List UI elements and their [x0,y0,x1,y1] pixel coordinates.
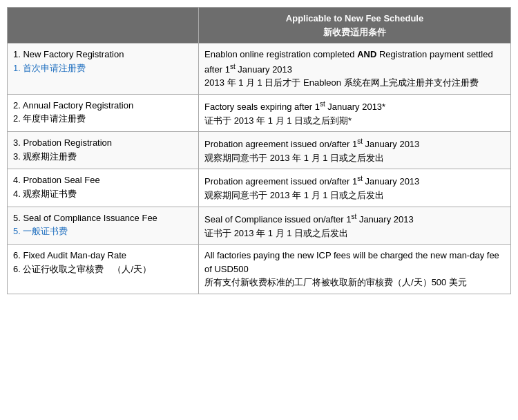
desc-cell-2: Factory seals expiring after 1st January… [199,94,511,131]
desc-cell-3: Probation agreement issued on/after 1st … [199,132,511,169]
desc-cell-1: Enablon online registration completed AN… [199,44,511,95]
label-cell-4: 4. Probation Seal Fee4. 观察期证书费 [8,169,199,207]
desc-cell-5: Seal of Compliance issued on/after 1st J… [199,207,511,244]
desc-zh-3: 观察期同意书于 2013 年 1 月 1 日或之后发出 [204,151,505,165]
label-zh-3: 3. 观察期注册费 [13,150,193,164]
desc-cell-6: All factories paying the new ICP fees wi… [199,245,511,294]
label-cell-6: 6. Fixed Audit Man-day Rate6. 公证行收取之审核费 … [8,245,199,294]
label-cell-2: 2. Annual Factory Registration2. 年度申请注册费 [8,94,199,131]
label-cell-5: 5. Seal of Compliance Issuance Fee5. 一般证… [8,207,199,244]
col2-header: Applicable to New Fee Schedule 新收费适用条件 [199,8,511,44]
desc-zh-6: 所有支付新收费标准的工厂将被收取新的审核费（人/天）500 美元 [204,276,505,289]
col2-header-en: Applicable to New Fee Schedule [204,12,505,26]
col1-header [8,8,199,44]
desc-zh-4: 观察期同意书于 2013 年 1 月 1 日或之后发出 [204,189,505,202]
label-zh-1: 1. 首次申请注册费 [13,61,193,75]
label-zh-4: 4. 观察期证书费 [13,187,193,201]
desc-zh-1: 2013 年 1 月 1 日后才于 Enableon 系统在网上完成注册并支付注… [204,76,505,90]
desc-zh-2: 证书于 2013 年 1 月 1 日或之后到期* [204,114,505,128]
label-en-3: 3. Probation Registration [13,136,193,150]
label-en-6: 6. Fixed Audit Man-day Rate [13,249,193,262]
desc-en-3: Probation agreement issued on/after 1st … [204,136,505,151]
label-zh-5: 5. 一般证书费 [13,225,193,238]
desc-en-6: All factories paying the new ICP fees wi… [204,249,505,276]
label-cell-1: 1. New Factory Registration1. 首次申请注册费 [8,44,199,95]
desc-en-1: Enablon online registration completed AN… [204,48,505,76]
label-en-2: 2. Annual Factory Registration [13,99,193,113]
label-zh-6: 6. 公证行收取之审核费 （人/天） [13,262,193,276]
main-table: Applicable to New Fee Schedule 新收费适用条件 1… [7,7,511,294]
label-en-5: 5. Seal of Compliance Issuance Fee [13,211,193,225]
desc-en-2: Factory seals expiring after 1st January… [204,99,505,114]
label-en-4: 4. Probation Seal Fee [13,173,193,187]
desc-cell-4: Probation agreement issued on/after 1st … [199,169,511,207]
label-en-1: 1. New Factory Registration [13,48,193,61]
desc-en-4: Probation agreement issued on/after 1st … [204,173,505,189]
desc-en-5: Seal of Compliance issued on/after 1st J… [204,211,505,227]
col2-header-zh: 新收费适用条件 [204,26,505,39]
label-zh-2: 2. 年度申请注册费 [13,112,193,126]
label-cell-3: 3. Probation Registration3. 观察期注册费 [8,132,199,169]
desc-zh-5: 证书于 2013 年 1 月 1 日或之后发出 [204,227,505,240]
